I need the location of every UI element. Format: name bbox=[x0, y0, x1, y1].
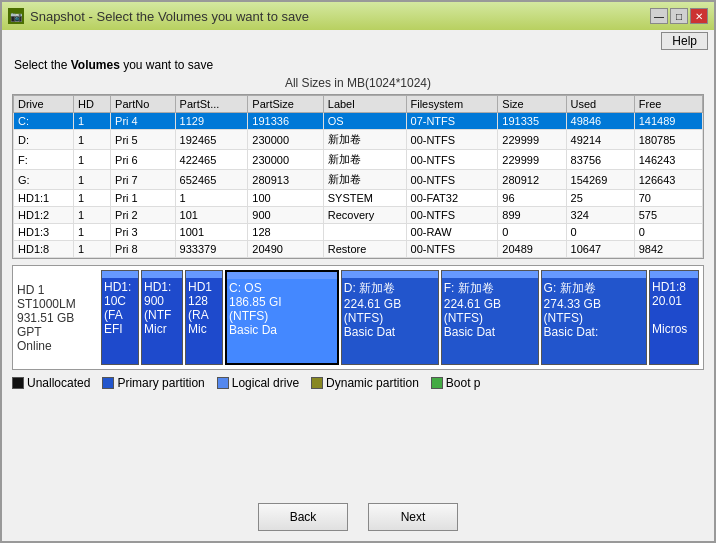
cell-drive: HD1:2 bbox=[14, 207, 74, 224]
cell-size: 229999 bbox=[498, 150, 566, 170]
back-button[interactable]: Back bbox=[258, 503, 348, 531]
minimize-button[interactable]: — bbox=[650, 8, 668, 24]
table-row[interactable]: HD1:21Pri 2101900Recovery00-NTFS89932457… bbox=[14, 207, 703, 224]
cell-partst: 1129 bbox=[175, 113, 248, 130]
cell-hd: 1 bbox=[73, 190, 110, 207]
legend-logical: Logical drive bbox=[217, 376, 299, 390]
maximize-button[interactable]: □ bbox=[670, 8, 688, 24]
partition-block-1[interactable]: HD1:900(NTFMicr bbox=[141, 270, 183, 365]
col-filesystem: Filesystem bbox=[406, 96, 498, 113]
table-row[interactable]: HD1:81Pri 893337920490Restore00-NTFS2048… bbox=[14, 241, 703, 258]
cell-partsize: 900 bbox=[248, 207, 323, 224]
disk-type: GPT bbox=[17, 325, 93, 339]
cell-size: 96 bbox=[498, 190, 566, 207]
cell-label: 新加卷 bbox=[323, 170, 406, 190]
disk-name: HD 1 bbox=[17, 283, 93, 297]
partition-block-0[interactable]: HD1:10C(FAEFI bbox=[101, 270, 139, 365]
partition-label: HD1128(RAMic bbox=[186, 278, 222, 364]
instruction-text: Select the Volumes you want to save bbox=[2, 52, 714, 74]
cell-size: 191335 bbox=[498, 113, 566, 130]
disk-info: HD 1 ST1000LM 931.51 GB GPT Online bbox=[17, 270, 97, 365]
partition-block-5[interactable]: F: 新加卷224.61 GB(NTFS)Basic Dat bbox=[441, 270, 539, 365]
table-body: C:1Pri 41129191336OS07-NTFS1913354984614… bbox=[14, 113, 703, 258]
table-row[interactable]: D:1Pri 5192465230000新加卷00-NTFS2299994921… bbox=[14, 130, 703, 150]
legend-unallocated-label: Unallocated bbox=[27, 376, 90, 390]
cell-free: 146243 bbox=[634, 150, 702, 170]
cell-label: SYSTEM bbox=[323, 190, 406, 207]
cell-drive: D: bbox=[14, 130, 74, 150]
partition-stripe bbox=[142, 271, 182, 278]
cell-used: 10647 bbox=[566, 241, 634, 258]
cell-used: 0 bbox=[566, 224, 634, 241]
legend-primary-box bbox=[102, 377, 114, 389]
col-hd: HD bbox=[73, 96, 110, 113]
volumes-table: Drive HD PartNo PartSt... PartSize Label… bbox=[13, 95, 703, 258]
cell-partsize: 100 bbox=[248, 190, 323, 207]
cell-drive: F: bbox=[14, 150, 74, 170]
title-bar: 📷 Snapshot - Select the Volumes you want… bbox=[2, 2, 714, 30]
cell-free: 0 bbox=[634, 224, 702, 241]
cell-partno: Pri 1 bbox=[111, 190, 176, 207]
cell-filesystem: 00-NTFS bbox=[406, 150, 498, 170]
cell-partst: 1 bbox=[175, 190, 248, 207]
partition-block-2[interactable]: HD1128(RAMic bbox=[185, 270, 223, 365]
disk-size: 931.51 GB bbox=[17, 311, 93, 325]
cell-free: 575 bbox=[634, 207, 702, 224]
cell-partno: Pri 6 bbox=[111, 150, 176, 170]
table-row[interactable]: F:1Pri 6422465230000新加卷00-NTFS2299998375… bbox=[14, 150, 703, 170]
buttons-section: Back Next bbox=[2, 493, 714, 541]
cell-partsize: 191336 bbox=[248, 113, 323, 130]
cell-filesystem: 00-RAW bbox=[406, 224, 498, 241]
legend-boot: Boot p bbox=[431, 376, 481, 390]
cell-free: 70 bbox=[634, 190, 702, 207]
cell-partst: 422465 bbox=[175, 150, 248, 170]
main-window: 📷 Snapshot - Select the Volumes you want… bbox=[0, 0, 716, 543]
table-row[interactable]: HD1:31Pri 3100112800-RAW000 bbox=[14, 224, 703, 241]
legend-section: Unallocated Primary partition Logical dr… bbox=[12, 376, 704, 390]
partition-block-4[interactable]: D: 新加卷224.61 GB(NTFS)Basic Dat bbox=[341, 270, 439, 365]
cell-hd: 1 bbox=[73, 207, 110, 224]
table-row[interactable]: HD1:11Pri 11100SYSTEM00-FAT32962570 bbox=[14, 190, 703, 207]
table-row[interactable]: G:1Pri 7652465280913新加卷00-NTFS2809121542… bbox=[14, 170, 703, 190]
table-row[interactable]: C:1Pri 41129191336OS07-NTFS1913354984614… bbox=[14, 113, 703, 130]
cell-partst: 101 bbox=[175, 207, 248, 224]
partition-stripe bbox=[442, 271, 538, 278]
legend-logical-box bbox=[217, 377, 229, 389]
cell-used: 49846 bbox=[566, 113, 634, 130]
partition-block-3[interactable]: C: OS186.85 GI(NTFS)Basic Da bbox=[225, 270, 339, 365]
title-controls: — □ ✕ bbox=[650, 8, 708, 24]
col-partno: PartNo bbox=[111, 96, 176, 113]
partition-label: C: OS186.85 GI(NTFS)Basic Da bbox=[227, 279, 337, 363]
cell-partno: Pri 4 bbox=[111, 113, 176, 130]
cell-partsize: 20490 bbox=[248, 241, 323, 258]
legend-logical-label: Logical drive bbox=[232, 376, 299, 390]
col-size: Size bbox=[498, 96, 566, 113]
close-button[interactable]: ✕ bbox=[690, 8, 708, 24]
partition-stripe bbox=[227, 272, 337, 279]
cell-free: 9842 bbox=[634, 241, 702, 258]
legend-dynamic-label: Dynamic partition bbox=[326, 376, 419, 390]
cell-partsize: 230000 bbox=[248, 150, 323, 170]
cell-partno: Pri 8 bbox=[111, 241, 176, 258]
cell-used: 25 bbox=[566, 190, 634, 207]
partition-block-6[interactable]: G: 新加卷274.33 GB(NTFS)Basic Dat: bbox=[541, 270, 647, 365]
help-button[interactable]: Help bbox=[661, 32, 708, 50]
cell-partno: Pri 5 bbox=[111, 130, 176, 150]
cell-used: 83756 bbox=[566, 150, 634, 170]
cell-drive: HD1:3 bbox=[14, 224, 74, 241]
col-drive: Drive bbox=[14, 96, 74, 113]
cell-partst: 1001 bbox=[175, 224, 248, 241]
legend-unallocated-box bbox=[12, 377, 24, 389]
partition-block-7[interactable]: HD1:820.01Micros bbox=[649, 270, 699, 365]
title-bar-left: 📷 Snapshot - Select the Volumes you want… bbox=[8, 8, 309, 24]
cell-label bbox=[323, 224, 406, 241]
next-button[interactable]: Next bbox=[368, 503, 458, 531]
cell-partst: 652465 bbox=[175, 170, 248, 190]
cell-size: 20489 bbox=[498, 241, 566, 258]
cell-free: 126643 bbox=[634, 170, 702, 190]
partition-stripe bbox=[102, 271, 138, 278]
window-title: Snapshot - Select the Volumes you want t… bbox=[30, 9, 309, 24]
cell-hd: 1 bbox=[73, 224, 110, 241]
legend-dynamic: Dynamic partition bbox=[311, 376, 419, 390]
partition-label: HD1:10C(FAEFI bbox=[102, 278, 138, 364]
